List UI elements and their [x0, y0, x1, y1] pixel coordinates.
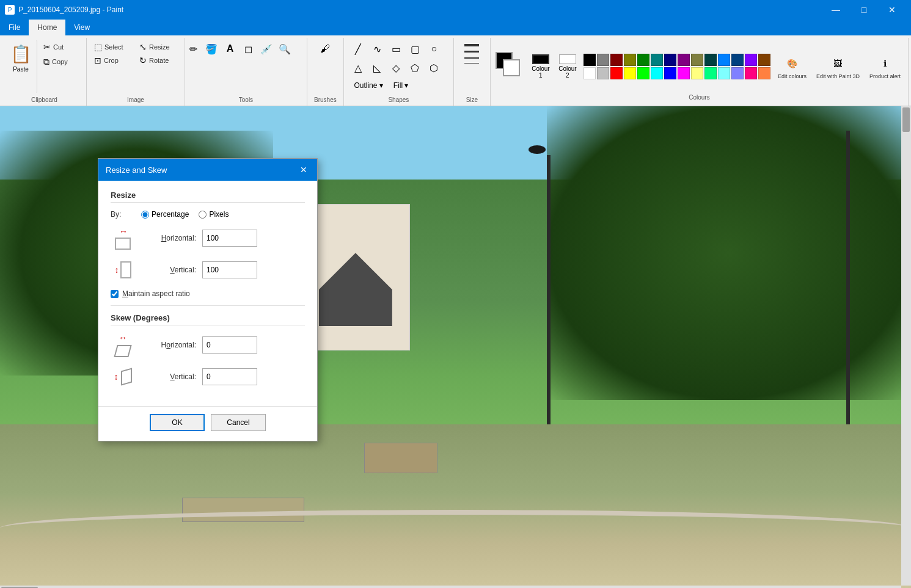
fill-button[interactable]: 🪣	[203, 40, 220, 57]
swatch-17[interactable]	[624, 67, 636, 79]
shape-right-triangle[interactable]: ◺	[368, 59, 386, 76]
pixels-radio-item[interactable]: Pixels	[199, 210, 229, 219]
tab-home[interactable]: Home	[29, 20, 65, 35]
tab-view[interactable]: View	[65, 20, 98, 35]
percentage-label: Percentage	[152, 210, 189, 219]
outline-button[interactable]: Outline ▾	[349, 78, 387, 93]
maintain-aspect-checkbox[interactable]	[111, 290, 119, 298]
swatch-5[interactable]	[651, 54, 663, 66]
colour1-button[interactable]: Colour 1	[530, 52, 552, 81]
swatch-4[interactable]	[637, 54, 649, 66]
swatch-22[interactable]	[691, 67, 703, 79]
skew-vertical-input[interactable]: 0	[202, 368, 257, 385]
horizontal-resize-input[interactable]: 100	[202, 230, 257, 247]
colour2-label: Colour 2	[558, 65, 576, 79]
copy-icon: ⧉	[43, 57, 49, 67]
swatch-25[interactable]	[731, 67, 744, 79]
horiz-icon-graphic: ↔	[115, 227, 131, 250]
vertical-resize-input[interactable]: 100	[202, 261, 257, 278]
swatch-13[interactable]	[758, 54, 770, 66]
colour2-swatch[interactable]	[503, 59, 520, 76]
tab-file[interactable]: File	[0, 20, 29, 35]
skew-horizontal-input[interactable]: 0	[202, 336, 257, 354]
scroll-right[interactable]	[901, 106, 911, 586]
scroll-thumb-v[interactable]	[902, 107, 910, 132]
shape-roundrect[interactable]: ▢	[406, 40, 423, 57]
size-icon	[462, 42, 481, 66]
minimize-button[interactable]: —	[822, 0, 850, 20]
product-alert-button[interactable]: ℹ Product alert	[867, 53, 903, 81]
shape-hexagon[interactable]: ⬡	[425, 59, 442, 76]
rotate-button[interactable]: ↻ Rotate	[137, 54, 180, 67]
swatch-12[interactable]	[745, 54, 757, 66]
resize-button[interactable]: ⤡ Resize	[137, 40, 180, 54]
swatch-16[interactable]	[610, 67, 623, 79]
swatch-19[interactable]	[651, 67, 663, 79]
swatch-20[interactable]	[664, 67, 676, 79]
select-button[interactable]: ⬚ Select	[92, 40, 134, 54]
cancel-button[interactable]: Cancel	[211, 414, 266, 431]
swatch-23[interactable]	[704, 67, 717, 79]
swatch-14[interactable]	[584, 67, 596, 79]
shape-pentagon[interactable]: ⬠	[406, 59, 423, 76]
percentage-radio-item[interactable]: Percentage	[141, 210, 189, 219]
scroll-bottom[interactable]	[0, 586, 901, 588]
swatch-9[interactable]	[704, 54, 717, 66]
swatch-2[interactable]	[610, 54, 623, 66]
swatch-11[interactable]	[731, 54, 744, 66]
brush-button[interactable]: 🖌	[316, 40, 334, 57]
maximize-button[interactable]: □	[850, 0, 878, 20]
swatch-27[interactable]	[758, 67, 770, 79]
picker-button[interactable]: 💉	[258, 40, 275, 57]
swatch-8[interactable]	[691, 54, 703, 66]
swatch-24[interactable]	[718, 67, 730, 79]
ok-button[interactable]: OK	[150, 414, 205, 431]
close-button[interactable]: ✕	[878, 0, 906, 20]
fill-shape-button[interactable]: Fill ▾	[389, 78, 413, 93]
tools-content: ✏ 🪣 A ◻ 💉 🔍	[185, 38, 307, 95]
swatch-10[interactable]	[718, 54, 730, 66]
swatch-15[interactable]	[597, 67, 609, 79]
swatch-6[interactable]	[664, 54, 676, 66]
magnify-button[interactable]: 🔍	[276, 40, 293, 57]
fill-shape-label: Fill ▾	[393, 81, 409, 90]
shape-line[interactable]: ╱	[349, 40, 367, 57]
colour2-button[interactable]: Colour 2	[557, 52, 579, 81]
pencil-button[interactable]: ✏	[185, 40, 202, 57]
percentage-radio[interactable]	[141, 211, 149, 219]
swatch-26[interactable]	[745, 67, 757, 79]
swatch-7[interactable]	[678, 54, 690, 66]
shapes-content: ╱ ∿ ▭ ▢ ○ △ ◺ ◇ ⬠ ⬡ Outline ▾ Fill ▾	[349, 38, 447, 95]
text-button[interactable]: A	[221, 40, 238, 57]
shape-ellipse[interactable]: ○	[425, 40, 442, 57]
resize-label: Resize	[149, 43, 170, 51]
size-group: Size	[454, 38, 491, 106]
shape-diamond[interactable]: ◇	[387, 59, 404, 76]
skew-v-graphic: ↕	[114, 369, 132, 384]
edit-paint3d-button[interactable]: 🖼 Edit with Paint 3D	[814, 53, 862, 81]
ribbon: File Home View 📋 Paste ✂ Cut ⧉ Copy	[0, 20, 911, 106]
shape-rect[interactable]: ▭	[387, 40, 404, 57]
colours-group: Colour 1 Colour 2	[491, 38, 909, 106]
shape-curve[interactable]: ∿	[368, 40, 386, 57]
size-button[interactable]	[459, 40, 484, 67]
shape-triangle[interactable]: △	[349, 59, 367, 76]
swatch-21[interactable]	[678, 67, 690, 79]
crop-button[interactable]: ⊡ Crop	[92, 54, 134, 67]
pixels-radio[interactable]	[199, 211, 207, 219]
swatch-1[interactable]	[597, 54, 609, 66]
dialog-close-button[interactable]: ✕	[298, 164, 310, 176]
swatch-3[interactable]	[624, 54, 636, 66]
vert-box	[120, 261, 131, 278]
section-divider	[111, 305, 305, 306]
eraser-button[interactable]: ◻	[240, 40, 257, 57]
copy-button[interactable]: ⧉ Copy	[41, 55, 84, 68]
stone2	[364, 443, 437, 473]
swatch-18[interactable]	[637, 67, 649, 79]
image-group-content: ⬚ Select ⊡ Crop ⤡ Resize ↻ Rotat	[92, 38, 180, 95]
edit-colours-button[interactable]: 🎨 Edit colours	[775, 53, 809, 81]
colours-content: Colour 1 Colour 2	[496, 40, 903, 93]
paste-button[interactable]: 📋 Paste	[5, 40, 37, 93]
swatch-0[interactable]	[584, 54, 596, 66]
cut-button[interactable]: ✂ Cut	[41, 40, 84, 54]
